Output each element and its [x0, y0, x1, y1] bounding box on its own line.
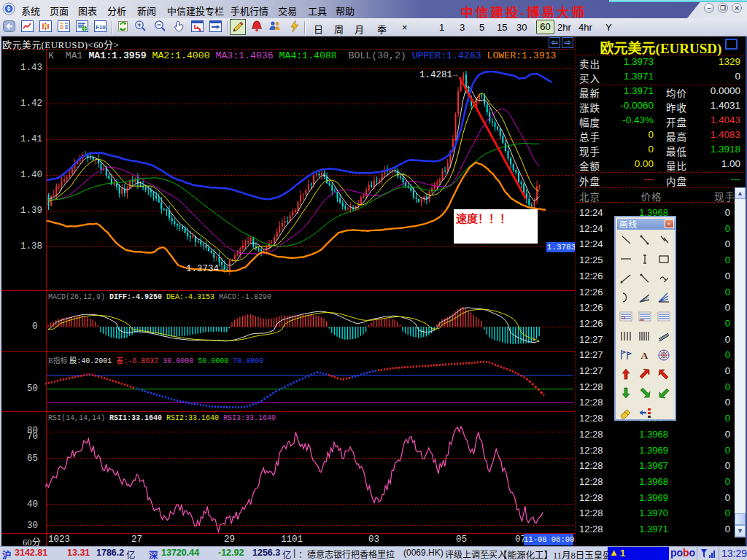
svg-text:A: A: [641, 350, 649, 361]
svg-text:G: G: [622, 315, 625, 320]
svg-text:F10: F10: [96, 24, 106, 31]
